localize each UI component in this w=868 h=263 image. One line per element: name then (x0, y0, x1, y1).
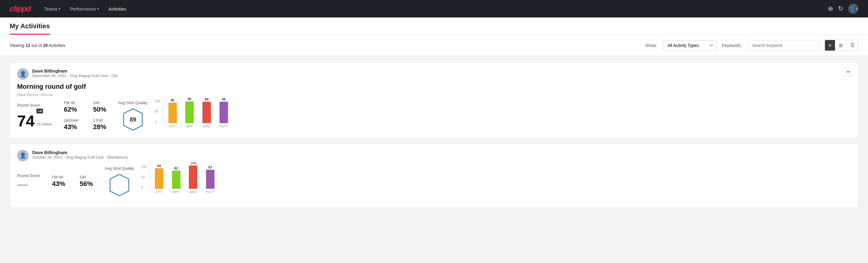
card-body: Round Score 74 +4 18 Holes FW Hit 62% (17, 99, 851, 133)
chart-bars: 94 82 106 8 (150, 165, 220, 189)
bar-val-ott: 85 (170, 98, 174, 102)
user-name: Dave Billingham (32, 68, 117, 74)
activity-date: December 05, 2021 - Gog Magog Golf Club … (32, 74, 117, 78)
stats-section: FW Hit 43% GIR 56% (52, 175, 93, 188)
round-score-value: 74 +4 18 Holes (17, 109, 52, 129)
bar-arg (189, 166, 197, 189)
bar-arg (203, 102, 211, 123)
hexagon-container: 89 (119, 108, 148, 132)
hexagon-value: 89 (130, 116, 136, 122)
bar-col-ott: 94 (153, 164, 166, 189)
x-label-arg: ARG (186, 190, 200, 194)
bar-col-arg: 106 (186, 161, 200, 189)
user-avatar[interactable]: 👤 ▾ (848, 4, 858, 14)
chart-y-axis: 100 50 0 (155, 99, 160, 123)
avatar-icon: 👤 (849, 5, 856, 12)
hexagon-shape: 89 (121, 108, 145, 132)
x-label-arg: ARG (200, 124, 213, 128)
one-putt-label: 1 Putt (93, 118, 106, 122)
x-label-putt: PUTT (217, 124, 230, 128)
edit-icon: ✏ (847, 69, 850, 75)
score-holes: 18 Holes (36, 122, 52, 126)
nav-item-activities[interactable]: Activities (105, 4, 130, 14)
avatar-person-icon: 👤 (20, 71, 26, 77)
chart-bars: 85 90 89 (163, 99, 233, 123)
viewing-total: 29 (43, 43, 48, 48)
logo[interactable]: clippd (10, 4, 31, 13)
gir-value: 56% (80, 180, 93, 188)
view-toggle: ≡ ⊞ ☰ (825, 40, 858, 51)
grid-icon: ⊞ (839, 42, 843, 48)
x-label-app: APP (183, 124, 196, 128)
bar-val-app: 82 (175, 167, 178, 170)
activity-type-select[interactable]: All Activity Types (663, 40, 717, 51)
nav-right: ⊕ ↻ 👤 ▾ (828, 4, 858, 14)
bar-ott (168, 103, 177, 123)
add-icon[interactable]: ⊕ (828, 5, 833, 12)
avatar: 👤 (17, 68, 29, 80)
card-header: 👤 Dave Billingham December 05, 2021 - Go… (17, 68, 851, 80)
score-number: 74 (17, 113, 35, 129)
score-badge: +4 (36, 109, 43, 113)
one-putt-stat: 1 Putt 28% (93, 118, 106, 131)
show-label: Show: (645, 43, 657, 48)
avatar: 👤 (17, 150, 29, 161)
score-number: — (17, 179, 28, 190)
list-detail-icon: ☰ (850, 42, 855, 48)
activity-card: ✏ 👤 Dave Billingham December 05, 2021 - … (10, 62, 858, 139)
round-score-label: Round Score (17, 103, 52, 108)
edit-button[interactable]: ✏ (844, 67, 853, 77)
main-content: ✏ 👤 Dave Billingham December 05, 2021 - … (0, 56, 868, 219)
bar-val-app: 90 (188, 97, 191, 101)
data-source: Data Source: Arccos (17, 92, 851, 97)
list-detail-view-button[interactable]: ☰ (847, 40, 858, 51)
y-label-0: 0 (142, 185, 147, 189)
refresh-icon[interactable]: ↻ (838, 5, 843, 12)
round-score-label: Round Score (17, 173, 40, 178)
round-score-section: Round Score — (17, 173, 40, 190)
avatar-chevron: ▾ (856, 7, 858, 11)
fw-hit-stat: FW Hit 62% (64, 101, 79, 113)
gir-stat: GIR 50% (93, 101, 106, 113)
nav-item-teams[interactable]: Teams ▾ (40, 4, 64, 14)
grid-view-button[interactable]: ⊞ (835, 40, 847, 51)
nav-item-performance[interactable]: Performance ▾ (66, 4, 102, 14)
bar-val-putt: 89 (222, 97, 225, 101)
avatar-person-icon: 👤 (20, 152, 26, 159)
y-label-50: 50 (155, 110, 160, 113)
nav-items: Teams ▾ Performance ▾ Activities (40, 4, 818, 14)
activity-card: 👤 Dave Billingham October 16, 2021 - Gog… (10, 144, 858, 208)
list-compact-view-button[interactable]: ≡ (825, 40, 835, 51)
bar-putt (206, 170, 214, 189)
bar-putt (220, 102, 228, 123)
user-info: Dave Billingham October 16, 2021 - Gog M… (32, 150, 128, 159)
y-label-100: 100 (142, 165, 147, 169)
viewing-text: Viewing 12 out of 29 Activities (10, 43, 640, 48)
bar-chart: 100 50 0 94 82 (142, 165, 220, 198)
fw-hit-label: FW Hit (64, 101, 79, 105)
bar-val-arg: 89 (205, 97, 209, 101)
fw-hit-stat: FW Hit 43% (52, 175, 65, 188)
updown-label: Up/Down (64, 118, 79, 122)
avg-shot-label: Avg Shot Quality (119, 100, 148, 105)
bar-col-putt: 87 (204, 166, 217, 189)
y-label-50: 50 (142, 175, 147, 179)
keywords-label: Keywords: (722, 43, 741, 48)
chevron-down-icon: ▾ (59, 7, 60, 11)
avg-shot-section: Avg Shot Quality 100 50 0 (105, 165, 851, 198)
search-input[interactable] (748, 40, 820, 51)
updown-stat: Up/Down 43% (64, 118, 79, 131)
fw-hit-label: FW Hit (52, 175, 65, 179)
gir-label: GIR (93, 101, 106, 105)
chart-x-labels: OTT APP ARG PUTT (150, 189, 220, 194)
fw-hit-value: 62% (64, 106, 79, 113)
avg-shot-group: Avg Shot Quality 89 (119, 100, 148, 132)
page-header: My Activities (0, 18, 868, 35)
user-info: Dave Billingham December 05, 2021 - Gog … (32, 68, 117, 78)
fw-hit-value: 43% (52, 180, 65, 188)
x-label-putt: PUTT (204, 190, 217, 194)
avg-shot-label: Avg Shot Quality (105, 166, 134, 171)
y-label-0: 0 (155, 120, 160, 123)
bar-val-putt: 87 (209, 166, 212, 169)
updown-value: 43% (64, 123, 79, 131)
